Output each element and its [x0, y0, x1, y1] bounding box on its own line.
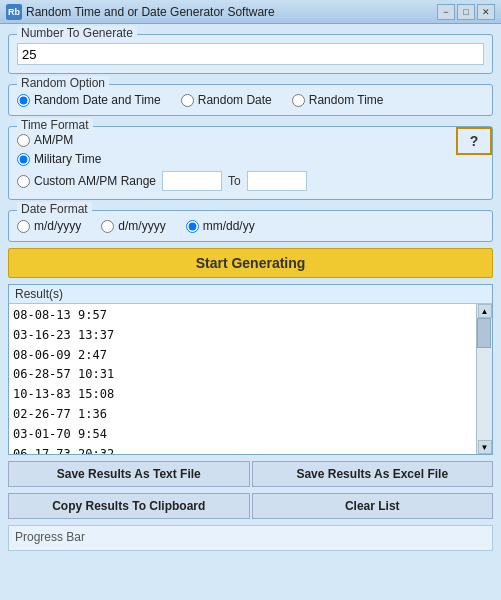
app-icon: Rb	[6, 4, 22, 20]
number-to-generate-input[interactable]	[17, 43, 484, 65]
scroll-thumb[interactable]	[477, 318, 491, 348]
results-label: Result(s)	[15, 287, 63, 301]
results-wrapper: 08-08-13 9:5703-16-23 13:3708-06-09 2:47…	[9, 304, 492, 454]
df-dmy[interactable]: d/m/yyyy	[101, 219, 165, 233]
scroll-up-arrow[interactable]: ▲	[478, 304, 492, 318]
df-dmy-label: d/m/yyyy	[118, 219, 165, 233]
option-date[interactable]: Random Date	[181, 93, 272, 107]
list-item: 02-26-77 1:36	[13, 405, 472, 425]
progress-bar-label: Progress Bar	[15, 530, 85, 544]
progress-bar: Progress Bar	[8, 525, 493, 551]
tf-military-label: Military Time	[34, 152, 101, 166]
random-option-row: Random Date and Time Random Date Random …	[17, 91, 484, 107]
custom-from-input[interactable]	[162, 171, 222, 191]
list-item: 08-08-13 9:57	[13, 306, 472, 326]
clear-list-button[interactable]: Clear List	[252, 493, 494, 519]
window-title: Random Time and or Date Generator Softwa…	[26, 5, 275, 19]
custom-to-input[interactable]	[247, 171, 307, 191]
action-buttons-row2: Copy Results To Clipboard Clear List	[8, 493, 493, 519]
list-item: 03-01-70 9:54	[13, 425, 472, 445]
list-item: 10-13-83 15:08	[13, 385, 472, 405]
option-time[interactable]: Random Time	[292, 93, 384, 107]
number-to-generate-group: Number To Generate	[8, 34, 493, 74]
random-option-label: Random Option	[17, 76, 109, 90]
results-list[interactable]: 08-08-13 9:5703-16-23 13:3708-06-09 2:47…	[9, 304, 476, 454]
results-section: Result(s) 08-08-13 9:5703-16-23 13:3708-…	[8, 284, 493, 455]
scroll-down-arrow[interactable]: ▼	[478, 440, 492, 454]
window-controls: − □ ✕	[437, 4, 495, 20]
start-generating-button[interactable]: Start Generating	[8, 248, 493, 278]
option-date-label: Random Date	[198, 93, 272, 107]
time-format-label: Time Format	[17, 118, 93, 132]
date-format-row: m/d/yyyy d/m/yyyy mm/dd/yy	[17, 217, 484, 233]
time-format-group: Time Format AM/PM Military Time Custom A…	[8, 126, 493, 200]
list-item: 03-16-23 13:37	[13, 326, 472, 346]
option-datetime[interactable]: Random Date and Time	[17, 93, 161, 107]
df-mmddyy-label: mm/dd/yy	[203, 219, 255, 233]
list-item: 06-17-73 20:32	[13, 445, 472, 454]
results-scrollbar[interactable]: ▲ ▼	[476, 304, 492, 454]
minimize-button[interactable]: −	[437, 4, 455, 20]
number-to-generate-label: Number To Generate	[17, 26, 137, 40]
maximize-button[interactable]: □	[457, 4, 475, 20]
action-buttons-row1: Save Results As Text File Save Results A…	[8, 461, 493, 487]
df-mdy-label: m/d/yyyy	[34, 219, 81, 233]
tf-ampm[interactable]: AM/PM	[17, 133, 484, 147]
close-button[interactable]: ✕	[477, 4, 495, 20]
copy-clipboard-button[interactable]: Copy Results To Clipboard	[8, 493, 250, 519]
save-excel-button[interactable]: Save Results As Excel File	[252, 461, 494, 487]
tf-ampm-label: AM/PM	[34, 133, 73, 147]
option-time-label: Random Time	[309, 93, 384, 107]
list-item: 08-06-09 2:47	[13, 346, 472, 366]
to-label: To	[228, 174, 241, 188]
title-bar-left: Rb Random Time and or Date Generator Sof…	[6, 4, 275, 20]
df-mdy[interactable]: m/d/yyyy	[17, 219, 81, 233]
random-option-group: Random Option Random Date and Time Rando…	[8, 84, 493, 116]
tf-military[interactable]: Military Time	[17, 152, 484, 166]
scroll-track	[477, 318, 492, 440]
date-format-label: Date Format	[17, 202, 92, 216]
time-format-inner: AM/PM Military Time Custom AM/PM Range T…	[17, 133, 484, 191]
df-mmddyy[interactable]: mm/dd/yy	[186, 219, 255, 233]
tf-custom-label: Custom AM/PM Range	[34, 174, 156, 188]
save-text-button[interactable]: Save Results As Text File	[8, 461, 250, 487]
title-bar: Rb Random Time and or Date Generator Sof…	[0, 0, 501, 24]
option-datetime-label: Random Date and Time	[34, 93, 161, 107]
main-content: Number To Generate Random Option Random …	[0, 24, 501, 557]
help-button[interactable]: ?	[456, 127, 492, 155]
results-header: Result(s)	[9, 285, 492, 304]
tf-custom[interactable]: Custom AM/PM Range	[17, 174, 156, 188]
list-item: 06-28-57 10:31	[13, 365, 472, 385]
date-format-group: Date Format m/d/yyyy d/m/yyyy mm/dd/yy	[8, 210, 493, 242]
custom-range-row: Custom AM/PM Range To	[17, 171, 484, 191]
